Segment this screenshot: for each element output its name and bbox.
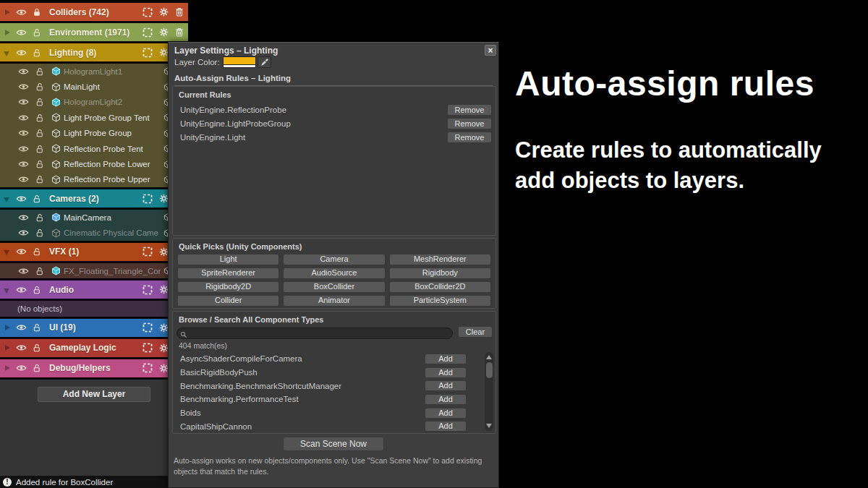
quick-pick-camera[interactable]: Camera: [283, 254, 385, 265]
layer-header-ui-19-[interactable]: UI (19): [0, 319, 188, 337]
layer-header-colliders-742-[interactable]: Colliders (742): [0, 3, 188, 21]
frame-icon[interactable]: [142, 363, 153, 373]
lock-unlocked-icon[interactable]: [33, 364, 41, 372]
quick-pick-spriterenderer[interactable]: SpriteRenderer: [177, 267, 279, 279]
frame-icon[interactable]: [142, 194, 153, 204]
collapse-arrow-icon[interactable]: [4, 195, 11, 202]
close-icon[interactable]: ×: [485, 45, 496, 56]
layer-object-row[interactable]: FX_Floating_Triangle_Cor: [0, 263, 188, 278]
eye-icon[interactable]: [16, 324, 27, 331]
scroll-down-icon[interactable]: [486, 423, 492, 429]
lock-locked-icon[interactable]: [33, 8, 41, 17]
gear-icon[interactable]: [159, 27, 169, 37]
layer-object-row[interactable]: HologramLight2: [0, 95, 188, 110]
lock-unlocked-icon[interactable]: [33, 48, 41, 57]
quick-pick-boxcollider2d[interactable]: BoxCollider2D: [389, 281, 491, 293]
layer-color-swatch[interactable]: [223, 56, 256, 68]
lock-unlocked-icon[interactable]: [33, 286, 41, 294]
lock-unlocked-icon[interactable]: [33, 194, 41, 203]
eye-icon[interactable]: [16, 29, 27, 36]
eye-icon[interactable]: [16, 248, 27, 255]
quick-pick-boxcollider[interactable]: BoxCollider: [283, 281, 385, 293]
layer-object-row[interactable]: HologramLight1: [0, 64, 188, 79]
quick-pick-rigidbody2d[interactable]: Rigidbody2D: [177, 281, 279, 293]
scrollbar[interactable]: [485, 352, 493, 431]
eye-icon[interactable]: [18, 145, 29, 153]
trash-icon[interactable]: [175, 7, 184, 17]
lock-unlocked-icon[interactable]: [36, 160, 43, 168]
eye-icon[interactable]: [16, 286, 27, 294]
eye-icon[interactable]: [18, 68, 29, 75]
frame-icon[interactable]: [142, 7, 153, 17]
eye-icon[interactable]: [16, 364, 27, 372]
gear-icon[interactable]: [159, 7, 169, 17]
quick-pick-meshrenderer[interactable]: MeshRenderer: [389, 254, 491, 265]
lock-unlocked-icon[interactable]: [33, 247, 41, 256]
frame-icon[interactable]: [142, 343, 153, 353]
remove-button[interactable]: Remove: [447, 118, 492, 129]
lock-unlocked-icon[interactable]: [36, 267, 43, 275]
lock-unlocked-icon[interactable]: [33, 28, 41, 37]
expand-arrow-icon[interactable]: [4, 364, 11, 372]
lock-unlocked-icon[interactable]: [36, 145, 43, 153]
lock-unlocked-icon[interactable]: [36, 228, 43, 237]
search-input[interactable]: [176, 328, 453, 339]
lock-unlocked-icon[interactable]: [36, 98, 43, 106]
eye-icon[interactable]: [18, 160, 29, 168]
layer-header-vfx-1-[interactable]: VFX (1): [0, 243, 188, 261]
eye-icon[interactable]: [18, 229, 29, 236]
lock-unlocked-icon[interactable]: [36, 67, 43, 76]
layer-object-row[interactable]: Reflection Probe Tent: [0, 141, 188, 156]
frame-icon[interactable]: [142, 48, 153, 58]
clear-button[interactable]: Clear: [458, 326, 493, 338]
remove-button[interactable]: Remove: [447, 132, 492, 143]
layer-header-cameras-2-[interactable]: Cameras (2): [0, 189, 188, 207]
eye-icon[interactable]: [16, 9, 27, 16]
expand-arrow-icon[interactable]: [4, 29, 11, 36]
quick-pick-rigidbody[interactable]: Rigidbody: [389, 267, 491, 279]
add-button[interactable]: Add: [425, 380, 467, 391]
scan-scene-now-button[interactable]: Scan Scene Now: [283, 437, 384, 451]
frame-icon[interactable]: [142, 27, 153, 38]
layer-object-row[interactable]: Reflection Probe Lower: [0, 156, 188, 171]
eye-icon[interactable]: [16, 344, 27, 351]
collapse-arrow-icon[interactable]: [4, 286, 11, 294]
eyedropper-icon[interactable]: [258, 56, 271, 68]
lock-unlocked-icon[interactable]: [36, 129, 43, 137]
add-new-layer-button[interactable]: Add New Layer: [38, 387, 150, 402]
expand-arrow-icon[interactable]: [4, 9, 11, 16]
layer-header-lighting-8-[interactable]: Lighting (8): [0, 43, 188, 61]
frame-icon[interactable]: [142, 247, 153, 257]
layer-object-row[interactable]: Cinematic Physical Came: [0, 226, 188, 241]
scroll-thumb[interactable]: [486, 362, 493, 378]
eye-icon[interactable]: [18, 176, 29, 183]
quick-pick-particlesystem[interactable]: ParticleSystem: [389, 295, 491, 307]
lock-unlocked-icon[interactable]: [33, 323, 41, 332]
expand-arrow-icon[interactable]: [4, 344, 11, 351]
add-button[interactable]: Add: [425, 354, 467, 364]
eye-icon[interactable]: [18, 98, 29, 106]
layer-header-gameplay-logic[interactable]: Gameplay Logic: [0, 339, 188, 357]
add-button[interactable]: Add: [425, 367, 467, 378]
layer-object-row[interactable]: Reflection Probe Upper: [0, 172, 188, 187]
eye-icon[interactable]: [18, 129, 29, 137]
layer-object-row[interactable]: MainLight: [0, 79, 188, 94]
trash-icon[interactable]: [175, 27, 184, 37]
layer-header-debug-helpers[interactable]: Debug/Helpers: [0, 359, 188, 377]
frame-icon[interactable]: [142, 322, 153, 333]
quick-pick-light[interactable]: Light: [177, 254, 279, 265]
scroll-up-icon[interactable]: [486, 354, 492, 360]
collapse-arrow-icon[interactable]: [4, 248, 11, 255]
expand-arrow-icon[interactable]: [4, 324, 11, 331]
lock-unlocked-icon[interactable]: [36, 82, 43, 91]
quick-pick-collider[interactable]: Collider: [177, 295, 279, 307]
layer-object-row[interactable]: Light Probe Group: [0, 126, 188, 141]
layer-object-row[interactable]: Light Probe Group Tent: [0, 110, 188, 125]
lock-unlocked-icon[interactable]: [33, 343, 41, 352]
eye-icon[interactable]: [16, 49, 27, 56]
eye-icon[interactable]: [18, 83, 29, 90]
add-button[interactable]: Add: [425, 408, 467, 419]
eye-icon[interactable]: [18, 214, 29, 221]
quick-pick-animator[interactable]: Animator: [283, 295, 385, 307]
lock-unlocked-icon[interactable]: [36, 114, 43, 122]
